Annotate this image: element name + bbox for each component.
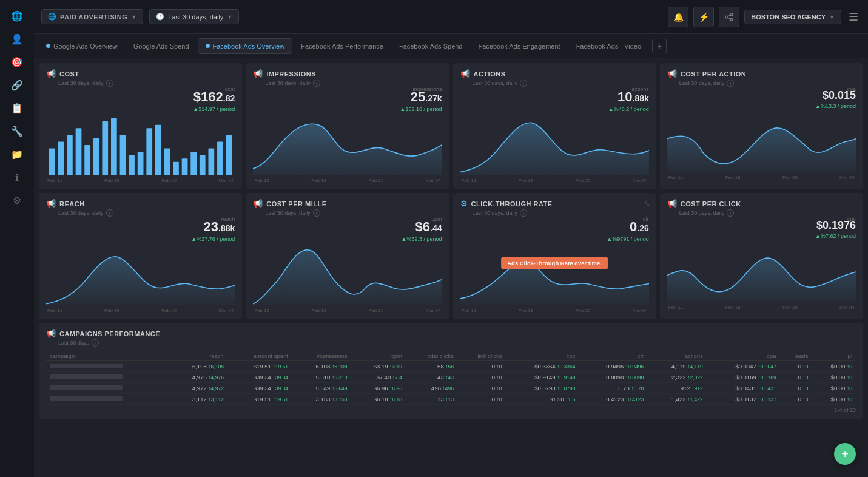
cell-link-clicks: 0 ↑0 — [457, 383, 506, 394]
cell-leads: 0 ↑0 — [780, 394, 812, 405]
impressions-xlabels: Feb 11 Feb 18 Feb 25 Mar 04 — [253, 178, 442, 183]
cell-cpm: $7.40 ↑7.4 — [351, 372, 406, 383]
cpc-delta: ▲%7.62 / period — [667, 233, 856, 239]
tab-label: Facebook Ads Engagement — [478, 42, 560, 50]
tab-label: Facebook Ads Spend — [399, 42, 463, 50]
delta-actions: ↑912 — [691, 385, 702, 391]
col-cpc: cpc — [506, 351, 579, 361]
sidebar-icon-settings[interactable]: ⚙ — [7, 191, 27, 210]
topbar-actions: 🔔 ⚡ BOSTON SEO AGENCY ▼ ☰ — [668, 7, 861, 27]
col-lpl: lpl — [812, 351, 856, 361]
info-icon-7: i — [520, 209, 527, 217]
table-row[interactable]: 4,972 ↑4,972$39.34 ↑39.345,649 ↑5,649$6.… — [46, 383, 856, 394]
actions-widget: 📢 ACTIONS Last 30 days, daily i actions … — [453, 63, 656, 189]
delta-ctr: ↑0.9496 — [625, 364, 644, 370]
megaphone-icon-3: 📢 — [460, 69, 470, 78]
tab-label: Facebook Ads Performance — [301, 42, 383, 50]
delta-link-clicks: ↑0 — [497, 396, 502, 402]
cell-total-clicks: 13 ↑13 — [406, 394, 457, 405]
sidebar-icon-target[interactable]: 🎯 — [7, 52, 27, 72]
sidebar-icon-clipboard[interactable]: 📋 — [7, 98, 27, 118]
delta-amount-spent: ↑19.51 — [272, 364, 288, 370]
date-range-select[interactable]: 🕐 Last 30 days, daily ▼ — [149, 9, 239, 24]
delta-link-clicks: ↑0 — [497, 364, 502, 370]
svg-rect-23 — [208, 149, 214, 175]
info-icon-3: i — [520, 80, 527, 87]
table-row[interactable]: 6,108 ↑6,108$19.51 ↑19.516,108 ↑6,108$3.… — [46, 361, 856, 372]
fab-add-button[interactable]: + — [834, 443, 856, 465]
tab-facebook-ads-performance[interactable]: Facebook Ads Performance — [294, 39, 391, 53]
cell-cpa: $0.0169 ↑0.0169 — [707, 372, 780, 383]
actions-title: ACTIONS — [474, 70, 506, 78]
col-cpm: cpm — [351, 351, 406, 361]
sidebar-icon-user[interactable]: 👤 — [7, 29, 27, 49]
col-cpa: cpa — [707, 351, 780, 361]
campaign-name-bar — [50, 385, 123, 390]
sidebar-icon-globe[interactable]: 🌐 — [7, 6, 27, 25]
share-icon-btn[interactable] — [719, 7, 739, 27]
cell-link-clicks: 0 ↑0 — [457, 394, 506, 405]
cell-lpl: $0.00 ↑0 — [812, 372, 856, 383]
cpa-xlabels: Feb 11 Feb 18 Feb 25 Mar 04 — [667, 175, 856, 180]
cell-actions: 912 ↑912 — [647, 383, 707, 394]
tab-facebook-ads-overview[interactable]: Facebook Ads Overview — [198, 38, 293, 54]
hamburger-button[interactable]: ☰ — [846, 8, 861, 26]
sidebar-icon-link[interactable]: 🔗 — [7, 75, 27, 95]
expand-icon-ctr[interactable]: ⤡ — [644, 199, 650, 208]
cpa-subtitle: Last 30 days, daily i — [679, 80, 856, 87]
tab-google-ads-overview[interactable]: Google Ads Overview — [39, 39, 125, 53]
delta-leads: ↑0 — [803, 364, 809, 370]
info-icon-6: i — [313, 209, 320, 217]
delta-cpa: ↑0.0431 — [758, 385, 776, 391]
col-actions: actions — [647, 351, 707, 361]
widget-row-1: 📢 COST Last 30 days, daily i cost $162.8… — [39, 63, 863, 189]
cpm-delta: ▲%69.3 / period — [253, 236, 442, 242]
actions-delta: ▲%46.2 / period — [460, 106, 649, 112]
table-row[interactable]: 4,976 ↑4,976$39.34 ↑39.345,310 ↑5,310$7.… — [46, 372, 856, 383]
table-row[interactable]: 3,112 ↑3,112$19.51 ↑19.513,153 ↑3,153$6.… — [46, 394, 856, 405]
svg-point-1 — [725, 16, 728, 18]
svg-line-4 — [728, 18, 730, 19]
tab-facebook-ads-engagement[interactable]: Facebook Ads Engagement — [471, 39, 567, 53]
impressions-widget: 📢 IMPRESSIONS Last 30 days, daily i impr… — [246, 63, 449, 189]
cell-total-clicks: 496 ↑496 — [406, 383, 457, 394]
campaigns-table: campaign reach amount spent impressions … — [46, 351, 856, 405]
svg-rect-10 — [93, 138, 99, 175]
svg-rect-14 — [129, 155, 135, 175]
cell-lpl: $0.00 ↑0 — [812, 383, 856, 394]
tab-facebook-ads-video[interactable]: Facebook Ads - Video — [569, 39, 648, 53]
megaphone-icon: 📢 — [46, 69, 56, 78]
cell-cpc: $0.0793 ↑0.0793 — [506, 383, 579, 394]
sidebar-icon-info[interactable]: ℹ — [7, 167, 27, 187]
cost-widget: 📢 COST Last 30 days, daily i cost $162.8… — [39, 63, 242, 189]
tab-google-ads-spend[interactable]: Google Ads Spend — [126, 39, 197, 53]
svg-rect-8 — [76, 128, 82, 175]
chevron-down-icon-2: ▼ — [227, 14, 232, 20]
sidebar-icon-wrench[interactable]: 🔧 — [7, 121, 27, 141]
bell-icon-btn[interactable]: 🔔 — [668, 7, 688, 27]
cost-metric-label: cost — [225, 86, 235, 92]
delta-reach: ↑4,972 — [208, 385, 224, 391]
tab-facebook-ads-spend[interactable]: Facebook Ads Spend — [392, 39, 470, 53]
svg-rect-16 — [146, 128, 152, 175]
svg-rect-24 — [217, 141, 223, 175]
lightning-icon-btn[interactable]: ⚡ — [693, 7, 714, 27]
info-icon-8: i — [727, 209, 734, 217]
delta-amount-spent: ↑39.34 — [272, 374, 288, 381]
campaign-name-cell — [46, 361, 168, 372]
date-range-label: Last 30 days, daily — [168, 13, 223, 21]
agency-select[interactable]: BOSTON SEO AGENCY ▼ — [744, 10, 841, 24]
widget-row-2: 📢 REACH Last 30 days, daily i reach 23.8… — [39, 193, 863, 319]
sidebar-icon-folder[interactable]: 📁 — [7, 144, 27, 164]
cpm-xlabels: Feb 11 Feb 18 Feb 25 Mar 04 — [253, 308, 442, 313]
campaign-name-bar — [50, 364, 123, 368]
col-link-clicks: link clicks — [457, 351, 506, 361]
megaphone-icon-2: 📢 — [253, 69, 263, 78]
svg-rect-20 — [182, 158, 188, 175]
cell-ctr: 0.4123 ↑0.4123 — [579, 394, 647, 405]
tab-label: Google Ads Spend — [133, 42, 189, 50]
paid-advertising-select[interactable]: 🌐 PAID ADVERTISING ▼ — [41, 9, 143, 24]
reach-xlabels: Feb 11 Feb 18 Feb 25 Mar 04 — [46, 308, 235, 313]
add-tab-button[interactable]: + — [652, 39, 667, 53]
delta-amount-spent: ↑19.51 — [272, 396, 288, 402]
